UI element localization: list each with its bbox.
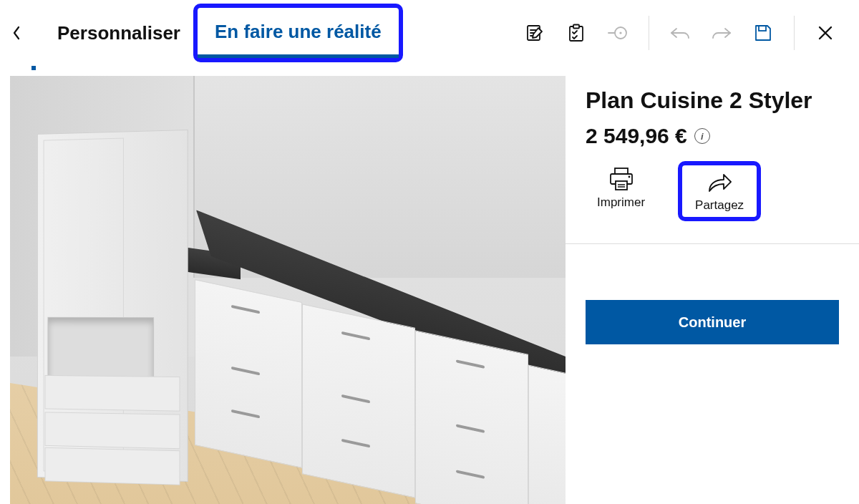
share-label: Partagez [695, 198, 744, 213]
price-value: 2 549,96 € [586, 124, 687, 148]
redo-icon[interactable] [711, 22, 732, 44]
svg-rect-8 [616, 181, 627, 190]
handle [341, 331, 370, 341]
drawer [45, 412, 180, 449]
share-button[interactable]: Partagez [695, 171, 744, 213]
drawer [45, 447, 180, 485]
base-cabinet [195, 279, 302, 468]
base-cabinet [302, 304, 415, 498]
nav-tabs: Personnaliser En faire une réalité [10, 4, 403, 62]
measure-icon[interactable] [607, 22, 629, 44]
handle [231, 367, 260, 376]
svg-point-9 [628, 176, 630, 178]
wall-corner [193, 76, 195, 278]
share-button-highlight: Partagez [678, 161, 761, 221]
share-icon [705, 171, 734, 194]
action-buttons: Imprimer Partagez [590, 161, 839, 221]
save-icon[interactable] [752, 22, 774, 44]
base-cabinet [528, 365, 566, 504]
main-area: Plan Cuisine 2 Styler 2 549,96 € i Impri… [0, 66, 859, 504]
svg-rect-5 [759, 26, 766, 31]
base-cabinet [415, 330, 528, 504]
side-panel: Plan Cuisine 2 Styler 2 549,96 € i Impri… [566, 66, 859, 504]
top-toolbar: Personnaliser En faire une réalité [0, 0, 859, 66]
svg-rect-6 [615, 168, 628, 174]
svg-point-4 [619, 32, 621, 34]
svg-rect-2 [573, 25, 579, 29]
handle [456, 424, 485, 433]
drawer [45, 375, 180, 412]
print-button[interactable]: Imprimer [590, 161, 652, 221]
handle [456, 470, 485, 479]
tall-cabinet [37, 130, 188, 482]
info-icon[interactable]: i [694, 128, 710, 144]
tab-make-real-highlight: En faire une réalité [193, 4, 403, 62]
toolbar-separator [794, 16, 795, 50]
checklist-icon[interactable] [566, 22, 587, 44]
kitchen-3d-render[interactable] [10, 76, 566, 504]
undo-icon[interactable] [669, 22, 691, 44]
printer-icon [608, 167, 635, 191]
handle [341, 439, 370, 448]
tab-make-real[interactable]: En faire une réalité [198, 8, 399, 58]
tab-personalize[interactable]: Personnaliser [44, 8, 193, 59]
handle [341, 394, 370, 404]
handle [456, 359, 485, 369]
side-separator [566, 243, 859, 244]
close-icon[interactable] [815, 22, 836, 44]
back-chevron-icon[interactable] [10, 19, 23, 47]
toolbar-actions [524, 0, 836, 66]
edit-note-icon[interactable] [524, 22, 545, 44]
toolbar-separator [649, 16, 649, 50]
plan-title: Plan Cuisine 2 Styler [586, 87, 839, 114]
price-row: 2 549,96 € i [586, 124, 839, 148]
handle [231, 410, 260, 419]
print-label: Imprimer [597, 195, 645, 210]
continue-button[interactable]: Continuer [586, 300, 839, 344]
handle [231, 305, 260, 314]
